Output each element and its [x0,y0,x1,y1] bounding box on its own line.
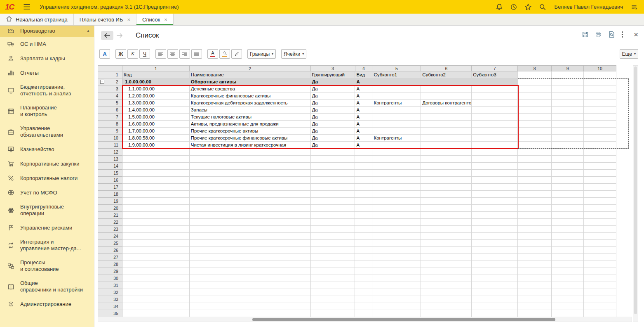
cell-r13-c9[interactable] [552,156,584,163]
cell-r30-c5[interactable] [372,275,421,282]
cell-r26-c9[interactable] [552,247,584,254]
cell-r10-c1[interactable]: 1.8.00.58.00 [122,135,190,142]
cell-r8-c3[interactable]: Да [311,121,355,128]
italic-button[interactable]: К [127,49,138,59]
cell-r2-c4[interactable]: А [355,78,372,85]
cell-r13-c10[interactable] [584,156,616,163]
row-header-29[interactable]: 29 [98,268,122,275]
cell-r18-c10[interactable] [584,191,616,198]
cell-r1-c9[interactable] [552,71,584,78]
cell-r35-c1[interactable] [122,310,190,317]
cell-r24-c10[interactable] [584,233,616,240]
cell-r28-c10[interactable] [584,261,616,268]
cell-r14-c5[interactable] [372,163,421,170]
cell-r32-c4[interactable] [355,289,372,296]
cell-r24-c7[interactable] [472,233,518,240]
cell-r27-c1[interactable] [122,254,190,261]
cell-r29-c8[interactable] [518,268,552,275]
font-button[interactable]: А [99,49,110,59]
cell-r15-c9[interactable] [552,170,584,177]
cell-r6-c9[interactable] [552,107,584,114]
cell-r8-c2[interactable]: Активы, предназначенные для продажи [190,121,311,128]
row-header-18[interactable]: 18 [98,191,122,198]
row-header-14[interactable]: 14 [98,163,122,170]
cell-r27-c6[interactable] [421,254,472,261]
cell-r33-c5[interactable] [372,296,421,303]
cell-r12-c7[interactable] [472,149,518,156]
cell-r4-c8[interactable] [518,92,552,100]
marker-button[interactable] [231,49,242,59]
cell-r4-c9[interactable] [552,92,584,100]
cell-r11-c5[interactable] [372,142,421,149]
cell-r5-c8[interactable] [518,100,552,107]
cell-r4-c3[interactable]: Да [311,92,355,100]
cell-r20-c10[interactable] [584,205,616,212]
cell-r33-c1[interactable] [122,296,190,303]
cell-r31-c7[interactable] [472,282,518,289]
cell-r1-c10[interactable] [584,71,616,78]
row-header-9[interactable]: 9 [98,128,122,135]
cell-r29-c6[interactable] [421,268,472,275]
cell-r11-c3[interactable]: Да [311,142,355,149]
row-header-25[interactable]: 25 [98,240,122,247]
cell-r23-c1[interactable] [122,226,190,233]
align-left-button[interactable] [155,49,166,59]
cell-r17-c10[interactable] [584,184,616,191]
column-header-8[interactable]: 8 [518,66,552,71]
cell-r16-c6[interactable] [421,177,472,184]
cell-r19-c3[interactable] [311,198,355,205]
cell-r24-c9[interactable] [552,233,584,240]
cell-r14-c9[interactable] [552,163,584,170]
cell-r25-c6[interactable] [421,240,472,247]
cell-r13-c2[interactable] [190,156,311,163]
cell-r25-c8[interactable] [518,240,552,247]
cell-r7-c8[interactable] [518,114,552,121]
current-user[interactable]: Беляев Павел Геннадьевич [554,4,623,10]
cell-r33-c8[interactable] [518,296,552,303]
cell-r16-c1[interactable] [122,177,190,184]
cell-r23-c4[interactable] [355,226,372,233]
cell-r10-c5[interactable]: Контрагенты [372,135,421,142]
cell-r33-c6[interactable] [421,296,472,303]
cell-r5-c7[interactable] [472,100,518,107]
cell-r18-c8[interactable] [518,191,552,198]
cell-r2-c7[interactable] [472,78,518,85]
search-icon[interactable] [539,3,546,11]
sidebar-item[interactable]: Учет по МСФО [0,185,94,200]
cell-r29-c5[interactable] [372,268,421,275]
cell-r29-c2[interactable] [190,268,311,275]
cell-r2-c5[interactable] [372,78,421,85]
cell-r11-c1[interactable]: 1.9.00.00.00 [122,142,190,149]
cell-r27-c8[interactable] [518,254,552,261]
cell-r9-c3[interactable]: Да [311,128,355,135]
cell-r5-c5[interactable]: Контрагенты [372,100,421,107]
cell-r22-c7[interactable] [472,219,518,226]
tab-close-icon[interactable]: × [164,17,167,23]
cell-r5-c4[interactable]: А [355,100,372,107]
cell-r34-c10[interactable] [584,303,616,310]
cell-r28-c5[interactable] [372,261,421,268]
sidebar-item[interactable]: Зарплата и кадры [0,51,94,66]
cell-r21-c7[interactable] [472,212,518,219]
cell-r35-c6[interactable] [421,310,472,317]
cell-r19-c10[interactable] [584,198,616,205]
column-header-9[interactable]: 9 [552,66,584,71]
cell-r35-c5[interactable] [372,310,421,317]
cell-r8-c7[interactable] [472,121,518,128]
cell-r29-c9[interactable] [552,268,584,275]
cell-r18-c3[interactable] [311,191,355,198]
cell-r26-c7[interactable] [472,247,518,254]
cell-r20-c6[interactable] [421,205,472,212]
cell-r4-c5[interactable] [372,92,421,100]
sidebar-item[interactable]: Процессы и согласование [0,256,94,276]
cell-r24-c6[interactable] [421,233,472,240]
cell-r32-c5[interactable] [372,289,421,296]
cell-r34-c9[interactable] [552,303,584,310]
cell-r6-c3[interactable]: Да [311,107,355,114]
cell-r22-c4[interactable] [355,219,372,226]
cell-r15-c6[interactable] [421,170,472,177]
cell-r9-c8[interactable] [518,128,552,135]
sidebar-item[interactable]: Корпоративные налоги [0,171,94,185]
cell-r32-c1[interactable] [122,289,190,296]
cell-r8-c8[interactable] [518,121,552,128]
